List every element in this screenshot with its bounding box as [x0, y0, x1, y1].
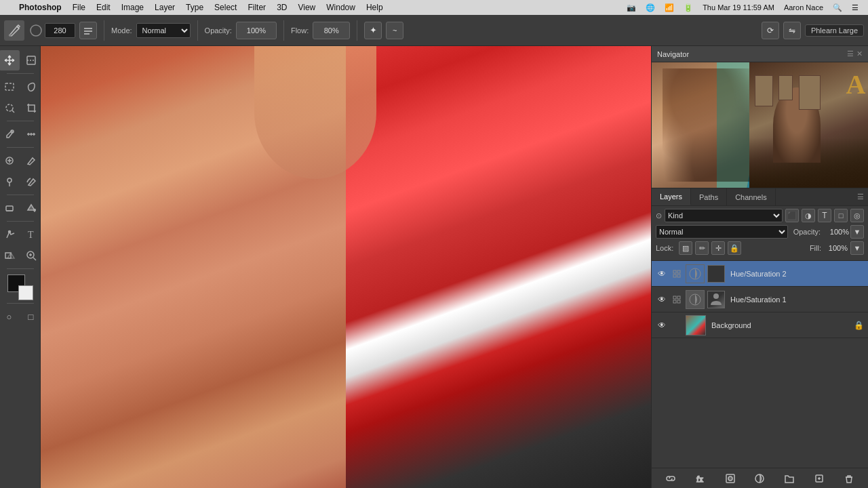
move-tool[interactable] — [0, 50, 20, 70]
svg-rect-34 — [673, 300, 676, 303]
layers-panel-menu[interactable]: ☰ — [853, 188, 868, 205]
canvas-area[interactable]: 人人素材 www.rr-sc.com 人人素材 www.rr-sc.com 人人… — [41, 46, 651, 488]
filter-type-btn[interactable]: T — [818, 209, 831, 222]
zoom-tool[interactable] — [21, 245, 41, 266]
opacity-slider-btn[interactable]: ▼ — [850, 225, 864, 239]
symmetry-btn[interactable]: ⇋ — [783, 22, 801, 39]
control-center-icon[interactable]: ☰ — [849, 3, 861, 12]
crop-tool[interactable] — [21, 98, 41, 118]
menu-filter[interactable]: Filter — [242, 3, 271, 12]
tab-layers[interactable]: Layers — [652, 188, 691, 205]
layer-mask-huesat1[interactable] — [707, 291, 725, 308]
fill-slider-btn[interactable]: ▼ — [850, 241, 864, 255]
canvas-shoes-layer — [346, 46, 651, 488]
layer-item-huesat2[interactable]: 👁 Hue/Saturation 2 — [652, 261, 868, 287]
menu-window[interactable]: Window — [321, 3, 361, 12]
layer-vis-huesat1[interactable]: 👁 — [656, 293, 668, 306]
layers-panel-menu-icon[interactable]: ☰ — [857, 192, 864, 201]
lock-position-btn[interactable]: ✛ — [711, 241, 725, 255]
menu-layer[interactable]: Layer — [149, 3, 180, 12]
background-color[interactable] — [18, 285, 33, 300]
quick-select-tool[interactable] — [0, 98, 20, 118]
history-brush-tool[interactable] — [21, 171, 41, 192]
layer-vis-background[interactable]: 👁 — [656, 319, 668, 331]
layer-list[interactable]: 👁 Hue/Saturation 2 👁 — [652, 261, 868, 468]
lasso-tool[interactable] — [21, 77, 41, 97]
svg-text:fx: fx — [696, 474, 703, 484]
fill-value[interactable]: 100% — [824, 244, 848, 252]
menu-3d[interactable]: 3D — [271, 3, 292, 12]
layers-panel: Layers Paths Channels ☰ ⊙ Kind Name Effe… — [652, 188, 868, 488]
svg-rect-28 — [677, 270, 680, 273]
layer-group-btn[interactable] — [782, 471, 797, 486]
layer-vis-huesat2[interactable]: 👁 — [656, 268, 668, 280]
menu-select[interactable]: Select — [209, 3, 242, 12]
preset-badge[interactable]: Phlearn Large — [805, 24, 864, 37]
color-swatches[interactable] — [7, 274, 33, 300]
screen-mode-tool[interactable]: □ — [21, 306, 41, 327]
navigator-thumbnail[interactable]: A — [652, 62, 868, 188]
filter-pixel-btn[interactable]: ⬛ — [785, 209, 799, 222]
nav-letter-a: A — [846, 68, 866, 100]
search-icon[interactable]: 🔍 — [830, 3, 845, 12]
airbrush-btn[interactable]: ✦ — [364, 22, 382, 39]
navigator-menu-icon[interactable]: ☰ — [847, 49, 854, 58]
separator-2 — [197, 20, 198, 41]
filter-shape-btn[interactable]: □ — [834, 209, 848, 222]
menu-image[interactable]: Image — [116, 3, 149, 12]
layer-item-background[interactable]: 👁 Background 🔒 — [652, 312, 868, 338]
brush-tool-icon[interactable] — [4, 20, 24, 41]
layer-link-huesat2[interactable] — [671, 268, 683, 280]
mode-dropdown[interactable]: Normal Multiply Screen Overlay — [136, 23, 191, 38]
menu-file[interactable]: File — [67, 3, 91, 12]
text-tool[interactable]: T — [21, 224, 41, 245]
layer-link-btn[interactable] — [663, 471, 678, 486]
eraser-tool[interactable] — [0, 198, 20, 218]
ruler-tool[interactable] — [21, 124, 41, 144]
layer-new-btn[interactable] — [812, 471, 827, 486]
layer-adj-icon-huesat1 — [686, 290, 705, 309]
layers-filter-dropdown[interactable]: Kind Name Effect Mode Attribute — [665, 209, 783, 222]
brush-settings-btn[interactable] — [79, 22, 97, 39]
lock-transparent-btn[interactable]: ▨ — [679, 241, 692, 255]
menu-edit[interactable]: Edit — [91, 3, 116, 12]
brush-size-input[interactable] — [45, 23, 75, 38]
layer-item-huesat1[interactable]: 👁 Hue/Saturation 1 — [652, 287, 868, 312]
layer-adjustment-btn[interactable] — [752, 471, 767, 486]
marquee-tool[interactable] — [0, 77, 20, 97]
lock-image-btn[interactable]: ✏ — [695, 241, 709, 255]
opacity-btn[interactable]: 100% — [236, 22, 277, 39]
smoothing-btn[interactable]: ~ — [386, 22, 403, 39]
layer-mask-huesat2[interactable] — [707, 265, 725, 283]
menu-type[interactable]: Type — [180, 3, 209, 12]
pen-tool[interactable] — [0, 224, 20, 245]
fill-tool[interactable] — [21, 198, 41, 218]
eyedropper-tool[interactable] — [0, 124, 20, 144]
artboard-tool[interactable] — [21, 50, 41, 70]
lock-all-btn[interactable]: 🔒 — [728, 241, 741, 255]
username: Aaron Nace — [781, 3, 826, 12]
filter-adj-btn[interactable]: ◑ — [802, 209, 815, 222]
quick-mask-tool[interactable]: ○ — [0, 306, 20, 327]
airdrop-icon: 🌐 — [643, 3, 658, 12]
layer-mask-btn[interactable] — [723, 471, 738, 486]
menu-view[interactable]: View — [292, 3, 321, 12]
canvas-content: 人人素材 www.rr-sc.com 人人素材 www.rr-sc.com 人人… — [41, 46, 651, 488]
tab-paths[interactable]: Paths — [691, 188, 727, 205]
navigator-close-icon[interactable]: ✕ — [856, 49, 863, 58]
layer-fx-btn[interactable]: fx — [693, 471, 708, 486]
shape-tool[interactable] — [0, 245, 20, 266]
flow-btn[interactable]: 80% — [313, 22, 350, 39]
blend-mode-dropdown[interactable]: Normal Multiply Screen Overlay Soft Ligh… — [656, 225, 788, 239]
clone-stamp-tool[interactable] — [0, 171, 20, 192]
opacity-value[interactable]: 100% — [822, 228, 849, 236]
menu-help[interactable]: Help — [361, 3, 389, 12]
layer-thumb-background[interactable] — [686, 315, 706, 336]
canvas-rotate-btn[interactable]: ⟳ — [762, 22, 779, 39]
tab-channels[interactable]: Channels — [727, 188, 775, 205]
layer-link-huesat1[interactable] — [671, 293, 683, 306]
filter-smart-btn[interactable]: ◎ — [850, 209, 864, 222]
spot-heal-tool[interactable] — [0, 150, 20, 171]
layer-delete-btn[interactable] — [842, 471, 856, 486]
brush-tool[interactable] — [21, 150, 41, 171]
